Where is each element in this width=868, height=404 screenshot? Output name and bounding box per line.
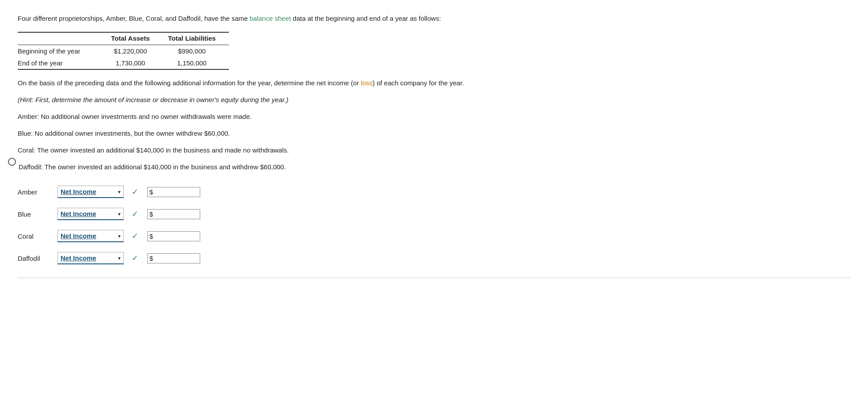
checkmark-coral: ✓: [132, 231, 138, 241]
answer-row-amber: Amber Net Income Net Loss ✓ $: [18, 186, 850, 198]
select-container-amber[interactable]: Net Income Net Loss: [57, 186, 124, 198]
row-assets-end: 1,730,000: [106, 57, 164, 69]
answer-row-blue: Blue Net Income Net Loss ✓ $: [18, 208, 850, 220]
paragraph-basis: On the basis of the preceding data and t…: [18, 78, 850, 88]
row-liabilities-beginning: $990,000: [164, 45, 229, 57]
dollar-sign-coral: $: [149, 232, 153, 240]
company-label-daffodil: Daffodil: [18, 255, 57, 262]
net-income-select-coral[interactable]: Net Income Net Loss: [57, 230, 124, 242]
paragraph-daffodil: Daffodil: The owner invested an addition…: [18, 162, 850, 172]
row-assets-beginning: $1,220,000: [106, 45, 164, 57]
amount-input-coral[interactable]: [154, 232, 198, 240]
net-income-select-daffodil[interactable]: Net Income Net Loss: [57, 252, 124, 264]
checkmark-daffodil: ✓: [132, 253, 138, 263]
amount-input-daffodil[interactable]: [154, 255, 198, 262]
balance-table: Total Assets Total Liabilities Beginning…: [18, 32, 229, 70]
dollar-sign-blue: $: [149, 210, 153, 218]
answer-row-daffodil: Daffodil Net Income Net Loss ✓ $: [18, 252, 850, 264]
dollar-sign-amber: $: [149, 188, 153, 196]
dollar-input-wrapper-coral: $: [147, 231, 200, 241]
select-container-coral[interactable]: Net Income Net Loss: [57, 230, 124, 242]
net-income-select-blue[interactable]: Net Income Net Loss: [57, 208, 124, 220]
basis-text-before: On the basis of the preceding data and t…: [18, 79, 361, 87]
net-income-select-amber[interactable]: Net Income Net Loss: [57, 186, 124, 198]
select-container-daffodil[interactable]: Net Income Net Loss: [57, 252, 124, 264]
checkmark-blue: ✓: [132, 209, 138, 219]
bottom-divider: [18, 278, 850, 278]
intro-text-before: Four different proprietorships, Amber, B…: [18, 15, 250, 22]
row-label-end: End of the year: [18, 57, 106, 69]
paragraph-amber: Amber: No additional owner investments a…: [18, 111, 850, 122]
dollar-input-wrapper-daffodil: $: [147, 253, 200, 263]
dropdown-wrapper-coral: Net Income Net Loss: [57, 230, 124, 242]
intro-paragraph: Four different proprietorships, Amber, B…: [18, 13, 850, 24]
checkmark-amber: ✓: [132, 187, 138, 197]
row-label-beginning: Beginning of the year: [18, 45, 106, 57]
loss-link[interactable]: loss: [361, 79, 373, 87]
row-liabilities-end: 1,150,000: [164, 57, 229, 69]
col-header-label: [18, 32, 106, 45]
dropdown-wrapper-daffodil: Net Income Net Loss: [57, 252, 124, 264]
dollar-sign-daffodil: $: [149, 255, 153, 262]
answer-row-coral: Coral Net Income Net Loss ✓ $: [18, 230, 850, 242]
select-container-blue[interactable]: Net Income Net Loss: [57, 208, 124, 220]
paragraph-coral: Coral: The owner invested an additional …: [18, 145, 850, 156]
table-row: Beginning of the year $1,220,000 $990,00…: [18, 45, 229, 57]
col-header-liabilities: Total Liabilities: [164, 32, 229, 45]
dropdown-wrapper-amber: Net Income Net Loss: [57, 186, 124, 198]
balance-sheet-link[interactable]: balance sheet: [250, 15, 291, 22]
amount-input-blue[interactable]: [154, 210, 198, 218]
amount-input-amber[interactable]: [154, 188, 198, 196]
company-label-blue: Blue: [18, 210, 57, 218]
intro-text-after: data at the beginning and end of a year …: [291, 15, 441, 22]
company-label-coral: Coral: [18, 232, 57, 240]
basis-text-after: ) of each company for the year.: [373, 79, 464, 87]
answer-section: Amber Net Income Net Loss ✓ $ Blue Net I…: [18, 186, 850, 264]
paragraph-blue: Blue: No additional owner investments, b…: [18, 128, 850, 139]
company-label-amber: Amber: [18, 188, 57, 196]
paragraph-daffodil-wrapper: Daffodil: The owner invested an addition…: [18, 162, 850, 172]
col-header-assets: Total Assets: [106, 32, 164, 45]
dollar-input-wrapper-blue: $: [147, 209, 200, 219]
balance-table-container: Total Assets Total Liabilities Beginning…: [18, 32, 850, 70]
dollar-input-wrapper-amber: $: [147, 187, 200, 197]
table-row: End of the year 1,730,000 1,150,000: [18, 57, 229, 69]
paragraph-hint: (Hint: First, determine the amount of in…: [18, 95, 850, 105]
dropdown-wrapper-blue: Net Income Net Loss: [57, 208, 124, 220]
